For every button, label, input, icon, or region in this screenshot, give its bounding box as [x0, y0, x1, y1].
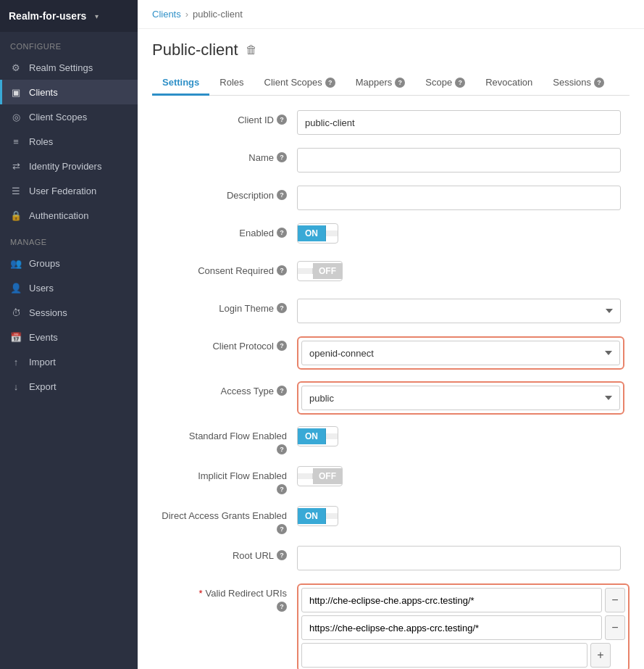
sidebar-item-user-federation[interactable]: ☰ User Federation: [0, 178, 138, 203]
tab-settings[interactable]: Settings: [152, 71, 209, 96]
valid-redirect-highlight: − − +: [297, 583, 630, 669]
sidebar-item-label: Clients: [29, 87, 58, 98]
sidebar-item-label: Client Scopes: [29, 112, 87, 122]
consent-toggle[interactable]: OFF: [297, 261, 343, 281]
sidebar-item-label: Realm Settings: [29, 62, 93, 73]
breadcrumb-separator: ›: [185, 9, 188, 20]
description-help-icon[interactable]: ?: [277, 190, 287, 200]
identity-providers-icon: ⇄: [10, 160, 22, 172]
implicit-flow-help-icon[interactable]: ?: [277, 484, 287, 494]
mappers-help-icon[interactable]: ?: [395, 78, 405, 88]
name-control: [297, 148, 630, 173]
standard-flow-label: Standard Flow Enabled ?: [152, 426, 297, 454]
sidebar-item-identity-providers[interactable]: ⇄ Identity Providers: [0, 154, 138, 178]
implicit-flow-label: Implicit Flow Enabled ?: [152, 466, 297, 494]
standard-flow-help-icon[interactable]: ?: [277, 444, 287, 454]
description-input[interactable]: [297, 186, 621, 210]
client-id-row: Client ID ?: [152, 110, 630, 136]
valid-redirect-uri-input-0[interactable]: [301, 588, 602, 612]
direct-access-toggle[interactable]: ON: [297, 506, 338, 526]
client-protocol-highlight: openid-connect saml: [297, 336, 624, 370]
valid-redirect-remove-btn-0[interactable]: −: [605, 588, 625, 612]
main-content: Clients › public-client Public-client 🗑 …: [138, 0, 644, 669]
realm-settings-icon: ⚙: [10, 62, 22, 73]
delete-client-icon[interactable]: 🗑: [246, 43, 257, 57]
enabled-toggle[interactable]: ON: [297, 223, 338, 244]
valid-redirect-remove-btn-1[interactable]: −: [605, 615, 625, 640]
enabled-help-icon[interactable]: ?: [277, 228, 287, 238]
sidebar-item-import[interactable]: ↑ Import: [0, 349, 138, 374]
sidebar-item-client-scopes[interactable]: ◎ Client Scopes: [0, 104, 138, 129]
client-id-input[interactable]: [297, 110, 621, 135]
tab-revocation[interactable]: Revocation: [475, 71, 543, 96]
name-help-icon[interactable]: ?: [277, 152, 287, 162]
sidebar: Realm-for-users ▾ Configure ⚙ Realm Sett…: [0, 0, 138, 669]
settings-form: Client ID ? Name ? Description ?: [138, 96, 644, 669]
consent-off-label: OFF: [313, 263, 342, 279]
access-type-select[interactable]: public confidential bearer-only: [301, 386, 620, 410]
consent-help-icon[interactable]: ?: [277, 265, 287, 275]
sidebar-item-groups[interactable]: 👥 Groups: [0, 251, 138, 275]
breadcrumb: Clients › public-client: [138, 0, 644, 29]
sidebar-item-label: User Federation: [29, 186, 96, 196]
import-icon: ↑: [10, 356, 22, 367]
name-label: Name ?: [152, 148, 297, 163]
implicit-flow-toggle[interactable]: OFF: [297, 466, 343, 486]
client-scopes-help-icon[interactable]: ?: [325, 78, 335, 88]
login-theme-label: Login Theme ?: [152, 299, 297, 314]
tab-client-scopes[interactable]: Client Scopes ?: [254, 71, 346, 96]
direct-access-help-icon[interactable]: ?: [277, 524, 287, 534]
sidebar-item-users[interactable]: 👤 Users: [0, 275, 138, 300]
sessions-help-icon[interactable]: ?: [594, 78, 604, 88]
access-type-label: Access Type ?: [152, 381, 297, 396]
access-type-help-icon[interactable]: ?: [277, 386, 287, 396]
standard-flow-off-label: [326, 433, 338, 439]
user-federation-icon: ☰: [10, 185, 22, 196]
enabled-control: ON: [297, 223, 630, 244]
sidebar-item-realm-settings[interactable]: ⚙ Realm Settings: [0, 55, 138, 80]
valid-redirect-row: * Valid Redirect URIs ? − −: [152, 583, 630, 669]
valid-redirect-uri-new-input[interactable]: [301, 643, 587, 668]
tab-mappers[interactable]: Mappers ?: [346, 71, 416, 96]
toggle-off-label: [326, 230, 338, 236]
scope-help-icon[interactable]: ?: [455, 78, 465, 88]
direct-access-control: ON: [297, 506, 630, 526]
sidebar-item-label: Import: [29, 357, 56, 367]
login-theme-select[interactable]: [297, 299, 621, 323]
root-url-help-icon[interactable]: ?: [277, 550, 287, 560]
sidebar-item-export[interactable]: ↓ Export: [0, 374, 138, 399]
name-input[interactable]: [297, 148, 621, 173]
standard-flow-toggle[interactable]: ON: [297, 426, 338, 446]
standard-flow-row: Standard Flow Enabled ? ON: [152, 426, 630, 454]
client-protocol-label: Client Protocol ?: [152, 336, 297, 352]
sidebar-item-sessions[interactable]: ⏱ Sessions: [0, 300, 138, 325]
root-url-input[interactable]: [297, 546, 621, 570]
sidebar-item-roles[interactable]: ≡ Roles: [0, 129, 138, 154]
breadcrumb-parent-link[interactable]: Clients: [152, 9, 181, 20]
direct-access-label: Direct Access Grants Enabled ?: [152, 506, 297, 534]
consent-required-label: Consent Required ?: [152, 261, 297, 276]
client-protocol-select[interactable]: openid-connect saml: [301, 341, 620, 365]
consent-control: OFF: [297, 261, 630, 281]
valid-redirect-help-icon[interactable]: ?: [277, 602, 287, 612]
enabled-row: Enabled ? ON: [152, 223, 630, 249]
sidebar-item-clients[interactable]: ▣ Clients: [0, 80, 138, 104]
client-id-help-icon[interactable]: ?: [277, 115, 287, 125]
tab-sessions[interactable]: Sessions ?: [543, 71, 614, 96]
valid-redirect-uri-input-1[interactable]: [301, 615, 602, 640]
login-theme-help-icon[interactable]: ?: [277, 303, 287, 313]
realm-selector[interactable]: Realm-for-users ▾: [0, 0, 138, 32]
sidebar-item-authentication[interactable]: 🔒 Authentication: [0, 203, 138, 228]
description-row: Description ?: [152, 186, 630, 212]
toggle-on-label: ON: [298, 225, 326, 241]
valid-redirect-add-btn[interactable]: +: [590, 643, 611, 668]
clients-icon: ▣: [10, 86, 22, 98]
enabled-label: Enabled ?: [152, 223, 297, 238]
sidebar-item-events[interactable]: 📅 Events: [0, 325, 138, 349]
client-protocol-help-icon[interactable]: ?: [277, 341, 287, 351]
sidebar-item-label: Groups: [29, 258, 60, 269]
tab-roles[interactable]: Roles: [209, 71, 254, 96]
valid-redirect-control: − − +: [297, 583, 630, 669]
tab-scope[interactable]: Scope ?: [415, 71, 475, 96]
consent-on-label: [298, 268, 313, 274]
